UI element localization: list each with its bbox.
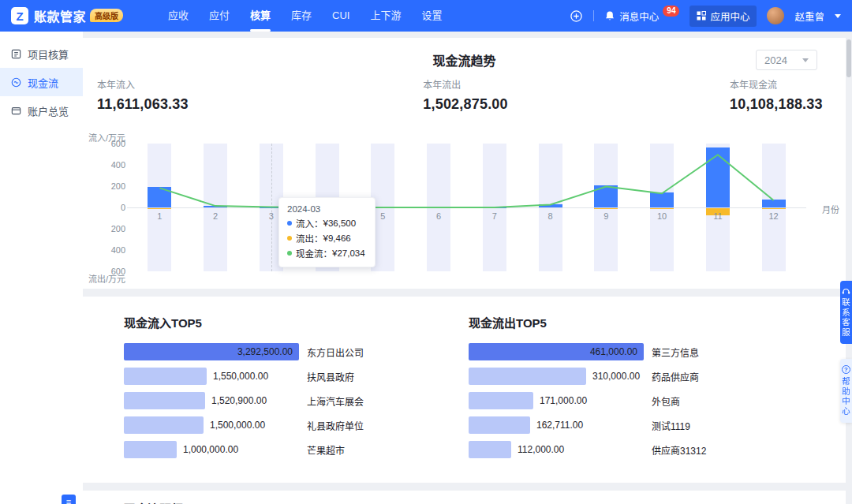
logo-icon: Z — [11, 7, 28, 24]
sidebar-item-cashflow[interactable]: 现金流 — [0, 68, 83, 96]
divider — [593, 10, 594, 21]
top5-value: 171,000.00 — [540, 392, 587, 409]
stat-annual-cashflow: 本年现金流 10,108,188.33 — [730, 77, 823, 113]
top5-row: 162,711.00测试1119 — [469, 416, 813, 434]
sidebar-item-label: 现金流 — [28, 75, 58, 90]
outflow-dot-icon — [287, 236, 292, 241]
top5-name: 上海汽车展会 — [307, 394, 364, 408]
cashflow-trend-card: 现金流趋势 2024 本年流入 11,611,063.33 本年流出 1,502… — [83, 38, 846, 289]
scrollbar-thumb[interactable] — [846, 39, 851, 77]
sidebar-item-project-accounting[interactable]: 项目核算 — [0, 39, 83, 68]
top5-bar-track: 1,500,000.00 — [124, 416, 299, 434]
stat-label: 本年现金流 — [730, 77, 823, 91]
top-navbar: Z 账款管家 高级版 应收 应付 核算 库存 CUI 上下游 设置 消息中心 9… — [0, 0, 852, 32]
top5-row: 310,000.00药品供应商 — [469, 368, 813, 385]
inflow-top5-list: 3,292,500.00东方日出公司1,550,000.00扶风县政府1,520… — [124, 343, 469, 458]
top5-bar-track: 1,550,000.00 — [124, 368, 299, 385]
top5-bar-track: 1,000,000.00 — [124, 441, 299, 458]
nav-item-inventory[interactable]: 库存 — [281, 0, 322, 32]
top5-bar-track: 1,520,900.00 — [124, 392, 299, 409]
chevron-down-icon[interactable] — [835, 14, 841, 18]
help-center-label: 帮助中心 — [840, 377, 852, 416]
avatar[interactable] — [767, 7, 784, 24]
nav-item-supply-chain[interactable]: 上下游 — [360, 0, 411, 32]
sidebar-item-label: 账户总览 — [28, 103, 69, 118]
nav-item-settings[interactable]: 设置 — [411, 0, 452, 32]
top5-bar-track: 112,000.00 — [469, 441, 644, 458]
nav-item-receivables[interactable]: 应收 — [158, 0, 199, 32]
project-icon — [10, 48, 22, 60]
y-tick-label: 200 — [111, 181, 125, 191]
nav-item-payables[interactable]: 应付 — [199, 0, 240, 32]
help-center-tab[interactable]: ? 帮助中心 — [840, 359, 852, 423]
year-select[interactable]: 2024 — [756, 50, 817, 70]
top5-name: 外包商 — [652, 394, 680, 408]
top5-row: 1,500,000.00礼县政府单位 — [124, 416, 469, 434]
add-icon[interactable] — [570, 9, 583, 23]
contact-support-tab[interactable]: 联系客服 — [840, 281, 852, 344]
question-icon: ? — [842, 365, 850, 374]
y-axis-bottom-label: 流出/万元 — [88, 272, 125, 285]
message-center-button[interactable]: 消息中心 94 — [604, 9, 679, 24]
top5-bar — [124, 416, 204, 434]
tooltip-value: ¥9,466 — [323, 233, 351, 243]
top5-name: 供应商31312 — [652, 443, 706, 457]
y-tick-label: 0 — [121, 203, 125, 212]
top5-bar — [469, 368, 586, 385]
contact-support-label: 联系客服 — [840, 298, 852, 338]
app-center-label: 应用中心 — [710, 9, 749, 24]
navbar-right: 消息中心 94 应用中心 赵重曾 — [570, 6, 841, 27]
trend-yticks: 6004002000200400600 — [83, 144, 125, 271]
top5-bar — [469, 416, 530, 434]
y-tick-label: 400 — [111, 160, 125, 170]
tooltip-row-inflow: 流入： ¥36,500 — [287, 217, 365, 230]
top5-value: 461,000.00 — [590, 343, 637, 360]
user-name[interactable]: 赵重曾 — [794, 9, 824, 24]
top5-bar — [124, 368, 207, 385]
inflow-top5: 现金流入TOP5 3,292,500.00东方日出公司1,550,000.00扶… — [124, 314, 469, 483]
tooltip-label: 流入： — [296, 217, 323, 230]
top5-bar-track: 162,711.00 — [469, 416, 644, 434]
tooltip-row-cashflow: 现金流： ¥27,034 — [287, 247, 365, 259]
app-center-button[interactable]: 应用中心 — [689, 6, 757, 27]
trend-chart: 流入/万元 6004002000200400600 流出/万元 12345678… — [83, 128, 846, 290]
outflow-top5-list: 461,000.00第三方信息310,000.00药品供应商171,000.00… — [469, 343, 813, 458]
account-card-icon — [10, 105, 22, 117]
trend-plot: 123456789101112 — [132, 144, 802, 271]
tooltip-title: 2024-03 — [287, 204, 365, 214]
top5-row: 171,000.00外包商 — [469, 392, 813, 409]
cashflow-dot-icon — [287, 251, 292, 256]
top5-value: 310,000.00 — [592, 368, 640, 385]
top5-row: 3,292,500.00东方日出公司 — [124, 343, 469, 360]
main-nav: 应收 应付 核算 库存 CUI 上下游 设置 — [158, 0, 452, 32]
top5-bar-track: 461,000.00 — [469, 343, 644, 360]
page-title: 现金流趋势 — [83, 38, 846, 69]
message-count-badge: 94 — [663, 6, 679, 17]
top5-name: 测试1119 — [652, 419, 690, 432]
outflow-top5: 现金流出TOP5 461,000.00第三方信息310,000.00药品供应商1… — [469, 314, 813, 483]
top5-bar — [124, 392, 205, 409]
top5-name: 东方日出公司 — [307, 345, 364, 359]
top5-bar — [124, 441, 177, 458]
app-logo[interactable]: Z 账款管家 高级版 — [11, 6, 123, 25]
inflow-top5-title: 现金流入TOP5 — [124, 314, 469, 330]
nav-item-accounting[interactable]: 核算 — [240, 0, 281, 32]
detail-section-title: 现金流明细(2024) — [124, 500, 846, 504]
top5-card: 现金流入TOP5 3,292,500.00东方日出公司1,550,000.00扶… — [83, 297, 846, 483]
top5-value: 1,550,000.00 — [213, 368, 268, 385]
top5-name: 扶风县政府 — [307, 370, 354, 383]
stat-value: 10,108,188.33 — [730, 96, 823, 113]
year-select-value: 2024 — [764, 54, 787, 66]
main-content: 现金流趋势 2024 本年流入 11,611,063.33 本年流出 1,502… — [83, 0, 852, 504]
x-axis-label: 月份 — [822, 203, 839, 215]
top5-value: 3,292,500.00 — [237, 343, 293, 360]
message-center-label: 消息中心 — [619, 9, 659, 24]
sidebar: 项目核算 现金流 账户总览 — [0, 32, 83, 504]
nav-item-cui[interactable]: CUI — [322, 0, 360, 32]
sidebar-item-accounts-overview[interactable]: 账户总览 — [0, 96, 83, 125]
top5-name: 第三方信息 — [652, 345, 699, 359]
sidebar-collapse-button[interactable]: ≡ — [62, 495, 76, 504]
chevron-down-icon — [802, 58, 809, 62]
top5-bar — [469, 392, 533, 409]
top5-bar-track: 310,000.00 — [469, 368, 644, 385]
